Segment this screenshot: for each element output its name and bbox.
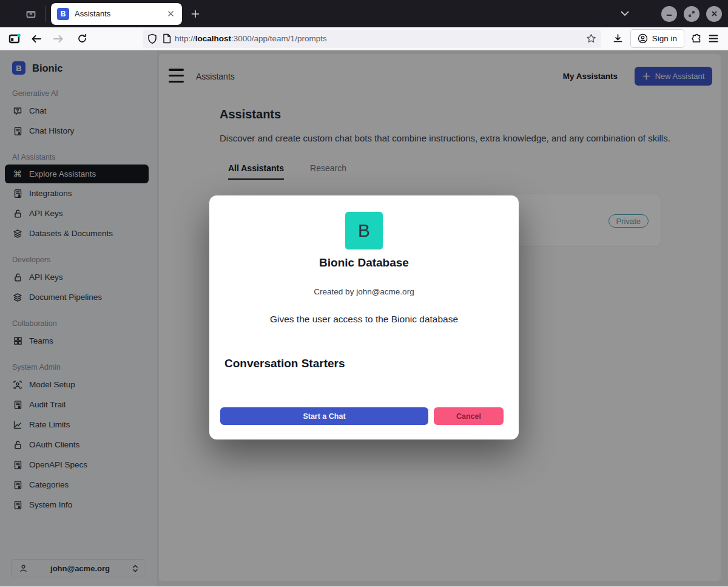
page-info-icon[interactable] [163, 33, 171, 44]
url-path: :3000/app/team/1/prompts [231, 34, 327, 43]
sidebar-toggle-icon[interactable] [6, 30, 23, 47]
browser-menu-icon[interactable] [705, 30, 722, 47]
forward-icon[interactable] [50, 30, 67, 47]
browser-titlebar: B Assistants [0, 0, 728, 27]
app-viewport: B Bionic Generative AI Chat Chat History… [0, 50, 728, 586]
reload-icon[interactable] [73, 30, 90, 47]
list-tabs-chevron-icon[interactable] [621, 11, 629, 16]
url-scheme: http:// [175, 34, 195, 43]
bookmark-star-icon[interactable] [586, 33, 596, 44]
browser-toolbar: http://localhost:3000/app/team/1/prompts… [0, 27, 728, 50]
titlebar-separator [45, 6, 46, 22]
back-icon[interactable] [28, 30, 45, 47]
browser-tab[interactable]: B Assistants [51, 3, 182, 25]
conversation-starters-title: Conversation Starters [224, 357, 345, 370]
start-chat-button[interactable]: Start a Chat [220, 407, 428, 425]
tab-favicon: B [57, 8, 69, 20]
maximize-button[interactable] [684, 6, 699, 22]
modal-created-by: Created by john@acme.org [209, 287, 519, 296]
downloads-icon[interactable] [610, 30, 627, 47]
archive-icon[interactable] [24, 7, 38, 21]
assistant-details-modal: B Bionic Database Created by john@acme.o… [209, 195, 519, 439]
shield-icon[interactable] [147, 33, 157, 44]
url-bar[interactable]: http://localhost:3000/app/team/1/prompts [143, 30, 601, 48]
url-text: http://localhost:3000/app/team/1/prompts [175, 34, 586, 43]
extensions-puzzle-icon[interactable] [688, 30, 705, 47]
cancel-button[interactable]: Cancel [434, 407, 504, 425]
assistant-avatar: B [345, 212, 383, 249]
modal-description: Gives the user access to the Bionic data… [209, 314, 519, 325]
tab-close-icon[interactable] [164, 7, 177, 21]
modal-title: Bionic Database [209, 256, 519, 270]
url-host: localhost [195, 34, 231, 43]
signin-button[interactable]: Sign in [630, 29, 684, 48]
new-tab-button[interactable] [187, 5, 204, 22]
tab-title: Assistants [75, 9, 164, 18]
close-button[interactable] [706, 6, 722, 22]
minimize-button[interactable] [661, 6, 677, 22]
account-icon [638, 33, 648, 44]
signin-label: Sign in [652, 34, 677, 43]
